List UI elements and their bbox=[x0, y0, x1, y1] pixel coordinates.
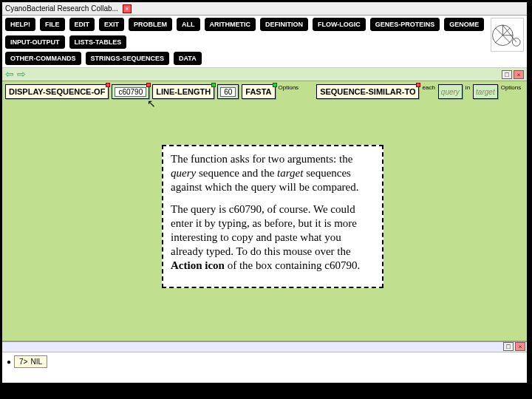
help-button[interactable]: HELP! bbox=[5, 18, 35, 31]
svg-line-5 bbox=[502, 35, 510, 43]
problem-button[interactable]: PROBLEM bbox=[129, 18, 172, 31]
expression-2: SEQUENCE-SIMILAR-TO each query in target… bbox=[316, 84, 521, 99]
repl-prompt: 7> bbox=[19, 358, 27, 366]
nav-bar: ⇦ ⇨ □ × bbox=[2, 68, 527, 81]
cursor-icon: ↖ bbox=[147, 98, 156, 110]
close-icon[interactable]: × bbox=[123, 4, 132, 13]
action-icon[interactable] bbox=[416, 83, 420, 87]
console-body: ● 7> NIL bbox=[2, 352, 527, 371]
svg-line-6 bbox=[495, 28, 502, 35]
genome-button[interactable]: GENOME bbox=[444, 18, 484, 31]
info-p1: The function asks for two arguments: the… bbox=[171, 152, 375, 195]
action-icon[interactable] bbox=[211, 83, 216, 87]
svg-line-7 bbox=[502, 28, 510, 35]
input-output-button[interactable]: INPUT-OUTPUT bbox=[5, 35, 65, 49]
query-arg-box[interactable]: query bbox=[438, 84, 463, 99]
fn-label: LINE-LENGTH bbox=[156, 87, 211, 96]
arg-box-60[interactable]: 60 bbox=[217, 84, 239, 99]
workspace: DISPLAY-SEQUENCE-OF c60790 LINE-LENGTH 6… bbox=[2, 81, 527, 341]
expression-1: DISPLAY-SEQUENCE-OF c60790 LINE-LENGTH 6… bbox=[5, 84, 299, 99]
fn-label: SEQUENCE-SIMILAR-TO bbox=[320, 87, 415, 96]
toolbar-row-1: HELP! FILE EDIT EXIT PROBLEM ALL ARITHME… bbox=[5, 18, 486, 49]
all-button[interactable]: ALL bbox=[177, 18, 200, 31]
arg-value: 60 bbox=[220, 87, 236, 97]
strings-sequences-button[interactable]: STRINGS-SEQUENCES bbox=[86, 52, 170, 65]
data-button[interactable]: DATA bbox=[174, 52, 202, 65]
file-button[interactable]: FILE bbox=[40, 18, 65, 31]
flow-logic-button[interactable]: FLOW-LOGIC bbox=[313, 18, 366, 31]
command-toolbar: HELP! FILE EDIT EXIT PROBLEM ALL ARITHME… bbox=[2, 16, 527, 68]
info-p2: The query is c60790, of course. We could… bbox=[171, 202, 375, 273]
sequence-similar-box[interactable]: SEQUENCE-SIMILAR-TO bbox=[316, 84, 419, 99]
in-label: in bbox=[466, 84, 470, 99]
toolbar-row-2: OTHER-COMMANDS STRINGS-SEQUENCES DATA bbox=[5, 52, 486, 65]
target-arg-box[interactable]: target bbox=[473, 84, 498, 99]
action-icon[interactable] bbox=[273, 83, 277, 87]
forward-arrow-icon[interactable]: ⇨ bbox=[17, 68, 26, 81]
toggle-icon[interactable]: □ bbox=[502, 70, 512, 79]
arithmetic-button[interactable]: ARITHMETIC bbox=[205, 18, 256, 31]
edit-button[interactable]: EDIT bbox=[69, 18, 95, 31]
console-panel: □ × ● 7> NIL bbox=[2, 341, 527, 383]
expression-row: DISPLAY-SEQUENCE-OF c60790 LINE-LENGTH 6… bbox=[5, 84, 524, 99]
genes-proteins-button[interactable]: GENES-PROTEINS bbox=[370, 18, 440, 31]
each-label: each bbox=[422, 84, 434, 99]
arg-value: c60790 bbox=[115, 87, 146, 97]
placeholder: target bbox=[476, 88, 495, 96]
info-tooltip: The function asks for two arguments: the… bbox=[162, 145, 383, 288]
fn-label: FASTA bbox=[245, 87, 271, 96]
definition-button[interactable]: DEFINITION bbox=[260, 18, 308, 31]
panel-close-icon[interactable]: × bbox=[514, 70, 524, 79]
other-commands-button[interactable]: OTHER-COMMANDS bbox=[5, 52, 81, 65]
app-window: CyanoBacterial Research Collab... × HELP… bbox=[1, 1, 528, 374]
options-label[interactable]: Options bbox=[501, 84, 522, 99]
toggle-icon[interactable]: □ bbox=[503, 342, 514, 351]
action-icon[interactable] bbox=[106, 83, 110, 87]
console-header: □ × bbox=[2, 342, 527, 352]
repl-bullet: ● bbox=[7, 358, 11, 366]
repl-value: NIL bbox=[30, 358, 42, 366]
repl-box[interactable]: 7> NIL bbox=[14, 355, 47, 368]
svg-point-1 bbox=[512, 38, 520, 47]
options-label[interactable]: Options bbox=[279, 84, 299, 99]
svg-line-4 bbox=[495, 35, 502, 43]
action-icon[interactable] bbox=[146, 83, 151, 87]
line-length-box[interactable]: LINE-LENGTH bbox=[152, 84, 214, 99]
placeholder: query bbox=[441, 88, 460, 96]
titlebar: CyanoBacterial Research Collab... × bbox=[2, 2, 527, 16]
lists-tables-button[interactable]: LISTS-TABLES bbox=[69, 35, 127, 49]
penny-farthing-icon bbox=[491, 18, 524, 52]
display-sequence-box[interactable]: DISPLAY-SEQUENCE-OF bbox=[5, 84, 109, 99]
back-arrow-icon[interactable]: ⇦ bbox=[5, 68, 14, 81]
fasta-box[interactable]: FASTA bbox=[242, 84, 275, 99]
window-title: CyanoBacterial Research Collab... bbox=[5, 4, 118, 13]
arg-box-c60790[interactable]: c60790 bbox=[112, 84, 149, 99]
fn-label: DISPLAY-SEQUENCE-OF bbox=[9, 87, 105, 96]
exit-button[interactable]: EXIT bbox=[99, 18, 124, 31]
panel-close-icon[interactable]: × bbox=[515, 342, 525, 351]
